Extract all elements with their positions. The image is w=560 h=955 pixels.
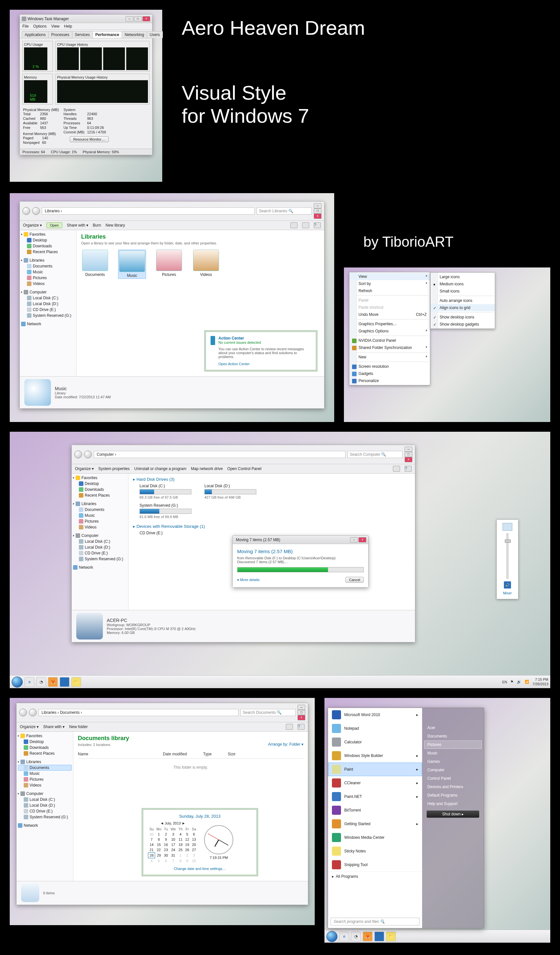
ctx-nvidia[interactable]: NVIDIA Control Panel: [349, 337, 430, 344]
nav-drive-g[interactable]: System Reserved (G:): [21, 313, 75, 318]
open-controlpanel-button[interactable]: Open Control Panel: [227, 467, 261, 471]
help-button[interactable]: ?: [405, 466, 412, 472]
nav-desktop[interactable]: Desktop: [21, 237, 75, 243]
taskbar-thunderbird[interactable]: [60, 677, 69, 687]
start-menu-right-item[interactable]: Computer: [424, 766, 482, 774]
new-library-button[interactable]: New library: [105, 223, 125, 227]
nav-music[interactable]: Music: [21, 269, 75, 275]
hdd-group[interactable]: Hard Disk Drives (3): [137, 477, 175, 482]
start-menu-item[interactable]: Snipping Tool: [328, 858, 422, 872]
search-input[interactable]: Search Documents 🔍: [241, 709, 296, 716]
maximize-button[interactable]: □: [134, 16, 142, 22]
tray-network-icon[interactable]: 📶: [525, 680, 529, 684]
help-button[interactable]: ?: [297, 724, 305, 730]
organize-button[interactable]: Organize ▾: [75, 467, 94, 471]
taskbar-ie[interactable]: e: [339, 932, 349, 941]
drive-e[interactable]: CD Drive (E:): [133, 531, 410, 535]
col-type[interactable]: Type: [203, 752, 211, 756]
taskbar-ie[interactable]: e: [25, 677, 34, 687]
resource-monitor-button[interactable]: Resource Monitor…: [70, 136, 109, 142]
uninstall-button[interactable]: Uninstall or change a program: [135, 467, 186, 471]
share-with-button[interactable]: Share with ▾: [43, 725, 64, 729]
ctx-view[interactable]: View: [349, 273, 430, 280]
open-button[interactable]: Open: [46, 222, 62, 228]
tab-performance[interactable]: Performance: [92, 31, 122, 38]
taskbar-thunderbird[interactable]: [374, 932, 384, 941]
start-menu-item[interactable]: Getting Started▸: [328, 817, 422, 831]
close-button[interactable]: ×: [297, 715, 305, 720]
forward-button[interactable]: [84, 451, 92, 458]
view-large[interactable]: Large icons: [430, 273, 495, 280]
shutdown-button[interactable]: Shut down ▸: [427, 811, 479, 818]
view-show-gadgets[interactable]: ✓Show desktop gadgets: [430, 321, 495, 328]
taskbar-firefox[interactable]: 🦊: [363, 932, 372, 941]
library-pictures[interactable]: Pictures: [155, 250, 183, 279]
start-menu-item[interactable]: Paint.NET▸: [328, 790, 422, 803]
tab-processes[interactable]: Processes: [48, 31, 72, 38]
taskbar-chrome[interactable]: ◔: [351, 932, 361, 941]
volume-thumb[interactable]: [505, 540, 511, 543]
maximize-button[interactable]: □: [405, 452, 412, 457]
menu-file[interactable]: File: [22, 24, 28, 28]
start-orb[interactable]: [12, 676, 23, 687]
ctx-graphics-properties[interactable]: Graphics Properties…: [349, 320, 430, 327]
help-button[interactable]: ?: [314, 222, 321, 228]
start-orb[interactable]: [326, 931, 338, 942]
nav-documents[interactable]: Documents: [21, 263, 75, 269]
nav-drive-e[interactable]: CD Drive (E:): [21, 307, 75, 313]
favorites-head[interactable]: Favorites: [30, 232, 45, 236]
start-menu-item[interactable]: Paint▸: [328, 762, 422, 776]
back-button[interactable]: [22, 207, 30, 215]
view-icon-button[interactable]: [290, 222, 297, 228]
drive-d[interactable]: Local Disk (D:) 427 GB free of 498 GB: [204, 484, 256, 499]
menu-view[interactable]: View: [51, 24, 60, 28]
col-date[interactable]: Date modified: [163, 752, 187, 756]
minimize-button[interactable]: –: [350, 537, 358, 542]
new-folder-button[interactable]: New folder: [69, 725, 88, 729]
network-head[interactable]: Network: [27, 322, 41, 326]
start-menu-right-item[interactable]: Acer: [424, 723, 482, 732]
start-menu-item[interactable]: BitTorrent: [328, 803, 422, 817]
search-input[interactable]: Search Libraries 🔍: [257, 207, 312, 214]
start-menu-right-item[interactable]: Help and Support: [424, 800, 482, 808]
start-menu-item[interactable]: Sticky Notes: [328, 844, 422, 858]
search-input[interactable]: Search Computer 🔍: [347, 451, 403, 458]
calendar[interactable]: ◄ July, 2013 ► SuMoTuWeThFrSa30123456789…: [148, 821, 197, 863]
change-date-time-link[interactable]: Change date and time settings…: [174, 867, 226, 870]
close-button[interactable]: ×: [358, 537, 366, 542]
drive-c[interactable]: Local Disk (C:) 69.3 GB free of 97.5 GB: [139, 484, 191, 499]
tab-users[interactable]: Users: [147, 31, 163, 38]
view-auto-arrange[interactable]: Auto arrange icons: [430, 297, 495, 304]
close-button[interactable]: ×: [142, 16, 150, 22]
nav-recent[interactable]: Recent Places: [21, 249, 75, 255]
breadcrumb[interactable]: Computer ›: [94, 451, 346, 458]
start-menu-item[interactable]: CCleaner▸: [328, 776, 422, 790]
close-button[interactable]: ×: [405, 457, 412, 462]
search-programs-input[interactable]: Search programs and files 🔍: [331, 917, 419, 925]
taskbar-explorer[interactable]: 📁: [386, 932, 396, 941]
more-details-link[interactable]: More details: [240, 578, 260, 582]
volume-icon[interactable]: 🔊: [504, 581, 511, 589]
minimize-button[interactable]: –: [314, 203, 322, 208]
tray-flag-icon[interactable]: ⚑: [510, 680, 514, 684]
tray-volume-icon[interactable]: 🔊: [517, 680, 521, 684]
open-action-center-link[interactable]: Open Action Center: [218, 362, 250, 366]
view-align-grid[interactable]: ✓Align icons to grid: [430, 304, 495, 311]
nav-documents[interactable]: Documents: [18, 765, 72, 770]
library-videos[interactable]: Videos: [192, 250, 220, 279]
all-programs[interactable]: ▸ All Programs: [328, 872, 422, 881]
organize-button[interactable]: Organize ▾: [23, 223, 42, 227]
start-menu-item[interactable]: Calculator: [328, 735, 422, 749]
start-menu-right-item[interactable]: Default Programs: [424, 791, 482, 800]
ctx-undo[interactable]: Undo MoveCtrl+Z: [349, 311, 430, 318]
cancel-button[interactable]: Cancel: [346, 577, 364, 583]
burn-button[interactable]: Burn: [93, 223, 101, 227]
ctx-screen-resolution[interactable]: Screen resolution: [349, 363, 430, 370]
tab-applications[interactable]: Applications: [22, 31, 48, 38]
share-with-button[interactable]: Share with ▾: [67, 223, 88, 227]
ctx-sortby[interactable]: Sort by: [349, 280, 430, 287]
taskbar-explorer[interactable]: 📁: [71, 677, 81, 687]
nav-pictures[interactable]: Pictures: [21, 275, 75, 281]
lang-indicator[interactable]: EN: [502, 680, 507, 684]
view-small[interactable]: Small icons: [430, 288, 495, 295]
